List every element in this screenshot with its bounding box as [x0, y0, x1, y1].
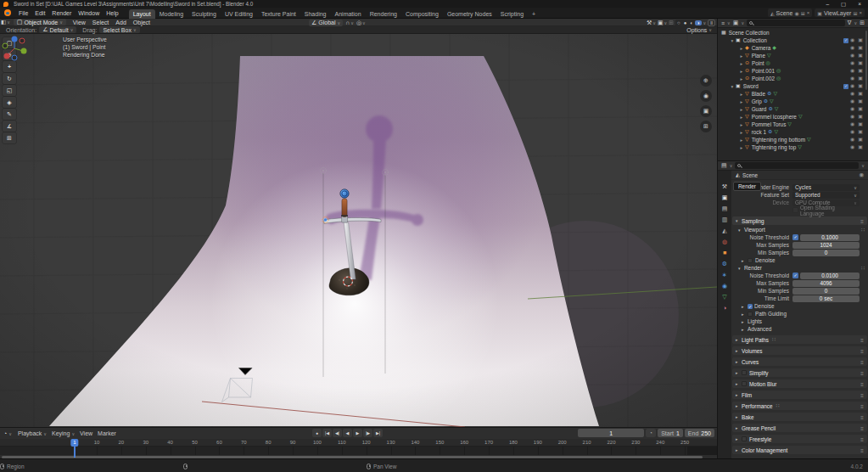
section-menu-icon[interactable]: ≡: [860, 447, 864, 453]
menu-item[interactable]: Render: [48, 10, 75, 16]
display-mode-icon[interactable]: ▣: [733, 20, 739, 26]
maximize-button[interactable]: ▢: [841, 0, 846, 8]
properties-tab[interactable]: [718, 247, 731, 258]
tool-button[interactable]: [3, 121, 16, 132]
max-samples-field[interactable]: 4096: [792, 280, 860, 287]
viewport-menu-item[interactable]: Object: [130, 20, 154, 25]
denoise-checkbox[interactable]: [748, 258, 753, 263]
properties-tab[interactable]: [718, 214, 731, 225]
section-menu-icon[interactable]: ≡: [860, 414, 864, 420]
outliner-row[interactable]: Scene Collection: [718, 29, 868, 37]
section-menu-icon[interactable]: ≡: [860, 337, 864, 343]
orientation-dropdown[interactable]: ∠ Default ∨: [39, 26, 76, 33]
section-menu-icon[interactable]: ≡: [860, 425, 864, 431]
disclosure-arrow[interactable]: ▸: [738, 138, 745, 143]
outliner-row[interactable]: ▸ Blade: [718, 90, 868, 98]
search-input[interactable]: [743, 163, 856, 169]
disable-in-renders-icon[interactable]: [858, 75, 863, 82]
chevron-down-icon[interactable]: ∨: [741, 20, 744, 25]
properties-tab[interactable]: [718, 269, 731, 280]
timeline-menu-item[interactable]: Playback∨: [15, 430, 49, 436]
hide-in-viewport-icon[interactable]: [850, 44, 854, 52]
remove-view-layer-icon[interactable]: ×: [859, 10, 862, 15]
chevron-down-icon[interactable]: ∨: [854, 20, 857, 25]
minimize-button[interactable]: –: [826, 0, 829, 8]
workspace-tab[interactable]: +: [528, 9, 540, 19]
workspace-tab[interactable]: Geometry Nodes: [443, 9, 496, 19]
workspace-tab[interactable]: Shading: [300, 9, 331, 19]
min-samples-field[interactable]: 0: [792, 288, 860, 295]
options-dropdown[interactable]: Options∨: [686, 27, 712, 33]
feature-set-dropdown[interactable]: Supported∨: [792, 192, 860, 199]
hide-in-viewport-icon[interactable]: [850, 128, 854, 136]
disclosure-arrow[interactable]: ▸: [738, 92, 745, 97]
workspace-tab[interactable]: Sculpting: [188, 9, 221, 19]
show-overlays-toggle[interactable]: ▣∨: [658, 20, 667, 26]
rendered-shading-button[interactable]: ◑: [695, 20, 702, 25]
workspace-tab[interactable]: Compositing: [401, 9, 443, 19]
outliner-row[interactable]: ▸ Point.001: [718, 67, 868, 75]
material-shading-button[interactable]: ◐: [688, 20, 695, 25]
transport-button[interactable]: [343, 429, 352, 437]
hide-in-viewport-icon[interactable]: [850, 143, 854, 151]
section-menu-icon[interactable]: ≡: [860, 348, 864, 354]
disable-in-renders-icon[interactable]: [858, 143, 863, 151]
outliner-row[interactable]: ▸ Grip: [718, 98, 868, 105]
outliner-row[interactable]: ▸ Pommel Icosphere: [718, 113, 868, 121]
transport-button[interactable]: [373, 429, 383, 437]
properties-section[interactable]: ▸ Color Management ≡: [732, 446, 867, 454]
time-limit-field[interactable]: 0 sec: [792, 295, 860, 302]
editor-type-icon[interactable]: ▤: [721, 162, 727, 169]
workspace-tab[interactable]: Animation: [331, 9, 366, 19]
outliner-scrollbar[interactable]: [865, 31, 867, 90]
disable-in-renders-icon[interactable]: [858, 98, 863, 105]
outliner-search[interactable]: [747, 20, 845, 26]
new-view-layer-icon[interactable]: ⊞: [853, 10, 857, 16]
presets-icon[interactable]: ∷: [772, 336, 776, 343]
disable-in-renders-icon[interactable]: [858, 113, 863, 121]
outliner-row[interactable]: ▸ Point.002: [718, 75, 868, 82]
menu-item[interactable]: File: [15, 10, 31, 16]
properties-tab[interactable]: [718, 203, 731, 214]
properties-section[interactable]: ▸ Light Paths ∷ ≡: [732, 335, 867, 344]
disable-in-renders-icon[interactable]: [858, 128, 863, 136]
view-layer-name[interactable]: ViewLayer: [824, 10, 852, 16]
keying-clock-icon[interactable]: ◔: [646, 429, 656, 437]
timeline-tracks[interactable]: [0, 447, 717, 455]
outliner-row[interactable]: ▸ Tightening ring top: [718, 143, 868, 151]
presets-icon[interactable]: ∷: [861, 227, 865, 233]
viewport-menu-item[interactable]: Select: [89, 20, 112, 25]
properties-section[interactable]: ▸ Freestyle ≡: [732, 435, 867, 443]
render-denoise-row[interactable]: ▸ ✓ Denoise: [731, 302, 868, 310]
properties-section[interactable]: ▸ Film ≡: [732, 391, 867, 399]
mode-dropdown[interactable]: ▢ Object Mode ∨: [14, 19, 66, 25]
disable-in-renders-icon[interactable]: [858, 52, 863, 59]
min-samples-field[interactable]: 0: [792, 250, 860, 256]
section-menu-icon[interactable]: ≡: [860, 403, 864, 409]
navigation-gizmo[interactable]: [0, 34, 29, 63]
frame-start-field[interactable]: Start1: [658, 429, 683, 437]
section-checkbox[interactable]: [742, 436, 747, 441]
hide-in-viewport-icon[interactable]: [850, 75, 854, 82]
disclosure-arrow[interactable]: ▸: [738, 122, 745, 127]
hide-in-viewport-icon[interactable]: [850, 105, 854, 113]
disable-in-renders-icon[interactable]: [858, 59, 863, 67]
timeline-menu-item[interactable]: Keying∨: [49, 430, 77, 436]
hide-in-viewport-icon[interactable]: [850, 98, 854, 105]
viewport-subpanel-header[interactable]: ▾ Viewport ∷: [731, 226, 868, 233]
properties-tab[interactable]: [718, 181, 731, 192]
disclosure-arrow[interactable]: ▸: [738, 46, 745, 51]
section-checkbox[interactable]: [742, 381, 747, 386]
disable-in-renders-icon[interactable]: [858, 121, 863, 128]
proportional-editing-toggle[interactable]: ◎∨: [356, 20, 366, 26]
outliner-row[interactable]: ▸ Camera: [718, 44, 868, 52]
solid-shading-button[interactable]: ●: [682, 20, 689, 25]
pin-icon[interactable]: ◉: [859, 171, 864, 178]
properties-tab[interactable]: [718, 258, 731, 269]
wireframe-shading-button[interactable]: ○: [675, 20, 682, 25]
filter-icon[interactable]: ∇: [848, 20, 852, 26]
hide-in-viewport-icon[interactable]: [850, 121, 854, 128]
properties-tab[interactable]: [718, 236, 731, 247]
disclosure-arrow[interactable]: ▾: [729, 38, 736, 43]
disclosure-arrow[interactable]: ▸: [738, 107, 745, 112]
